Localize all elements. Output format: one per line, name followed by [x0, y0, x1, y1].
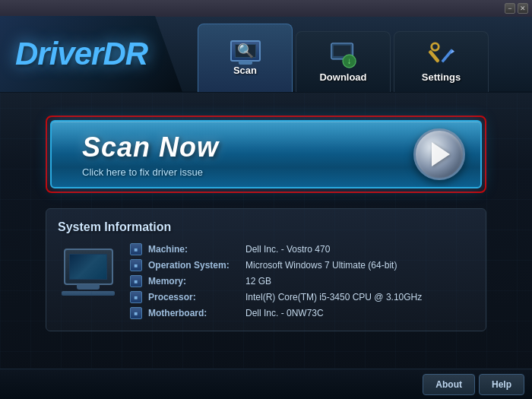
info-row-motherboard: ■ Motherboard: Dell Inc. - 0NW73C: [130, 307, 474, 319]
memory-value: 12 GB: [245, 276, 271, 287]
comp-monitor: [64, 249, 113, 285]
download-svg-icon: ↓: [330, 41, 357, 68]
tab-settings[interactable]: Settings: [394, 31, 489, 92]
tab-download-label: Download: [319, 71, 366, 83]
close-button[interactable]: ✕: [518, 3, 528, 14]
scan-monitor-icon: 🔍: [230, 40, 261, 62]
logo-area: DriverDR: [0, 16, 182, 92]
tab-settings-label: Settings: [422, 71, 461, 83]
nav-tabs: 🔍 Scan ↓ Download: [198, 16, 489, 92]
content-area: Scan Now Click here to fix driver issue …: [0, 93, 532, 354]
settings-svg-icon: [428, 40, 455, 69]
motherboard-icon: ■: [130, 307, 142, 319]
scan-now-arrow-icon: [413, 128, 465, 180]
svg-point-5: [431, 43, 438, 50]
svg-rect-4: [428, 49, 440, 63]
system-info-section: System Information ■ Machine: Dell Inc. …: [46, 208, 486, 331]
footer: About Help: [0, 369, 532, 399]
help-label: Help: [492, 379, 511, 390]
arrow-right-shape: [432, 142, 450, 166]
machine-label: Machine:: [148, 244, 239, 255]
monitor-screen: 🔍: [235, 44, 256, 58]
about-label: About: [435, 379, 462, 390]
about-button[interactable]: About: [423, 374, 475, 395]
title-bar-buttons: − ✕: [505, 3, 528, 14]
os-icon: ■: [130, 259, 142, 271]
help-button[interactable]: Help: [479, 374, 524, 395]
info-row-os: ■ Operation System: Microsoft Windows 7 …: [130, 259, 474, 271]
os-label: Operation System:: [148, 260, 239, 271]
scan-now-subtitle: Click here to fix driver issue: [82, 166, 219, 178]
system-info-title: System Information: [58, 220, 474, 234]
app-logo: DriverDR: [15, 36, 147, 72]
svg-text:↓: ↓: [347, 56, 351, 65]
machine-value: Dell Inc. - Vostro 470: [245, 244, 330, 255]
system-info-table: ■ Machine: Dell Inc. - Vostro 470 ■ Oper…: [130, 243, 474, 319]
info-row-memory: ■ Memory: 12 GB: [130, 275, 474, 287]
svg-rect-6: [441, 49, 453, 62]
machine-icon: ■: [130, 243, 142, 255]
download-icon: ↓: [330, 41, 357, 68]
scan-magnify-icon: 🔍: [237, 43, 254, 59]
scan-now-text: Scan Now Click here to fix driver issue: [82, 131, 219, 178]
settings-icon: [428, 41, 455, 68]
memory-icon: ■: [130, 275, 142, 287]
info-row-processor: ■ Processor: Intel(R) Core(TM) i5-3450 C…: [130, 291, 474, 303]
scan-now-wrapper: Scan Now Click here to fix driver issue: [46, 116, 486, 193]
system-info-content: ■ Machine: Dell Inc. - Vostro 470 ■ Oper…: [58, 243, 474, 319]
info-row-machine: ■ Machine: Dell Inc. - Vostro 470: [130, 243, 474, 255]
scan-now-button[interactable]: Scan Now Click here to fix driver issue: [50, 120, 482, 188]
scan-now-title: Scan Now: [82, 131, 219, 163]
tab-download[interactable]: ↓ Download: [296, 31, 391, 92]
main-container: DriverDR 🔍 Scan: [0, 17, 532, 399]
tab-scan-label: Scan: [233, 65, 257, 76]
processor-value: Intel(R) Core(TM) i5-3450 CPU @ 3.10GHz: [245, 292, 422, 302]
motherboard-value: Dell Inc. - 0NW73C: [245, 308, 324, 318]
memory-label: Memory:: [148, 276, 239, 287]
computer-graphic: [58, 243, 119, 300]
title-bar: − ✕: [0, 0, 532, 17]
processor-label: Processor:: [148, 292, 239, 302]
comp-base: [62, 291, 115, 296]
motherboard-label: Motherboard:: [148, 308, 239, 318]
os-value: Microsoft Windows 7 Ultimate (64-bit): [245, 260, 397, 271]
minimize-button[interactable]: −: [505, 3, 515, 14]
tab-scan[interactable]: 🔍 Scan: [198, 24, 293, 92]
processor-icon: ■: [130, 291, 142, 303]
header: DriverDR 🔍 Scan: [0, 17, 532, 93]
comp-screen: [69, 254, 107, 280]
